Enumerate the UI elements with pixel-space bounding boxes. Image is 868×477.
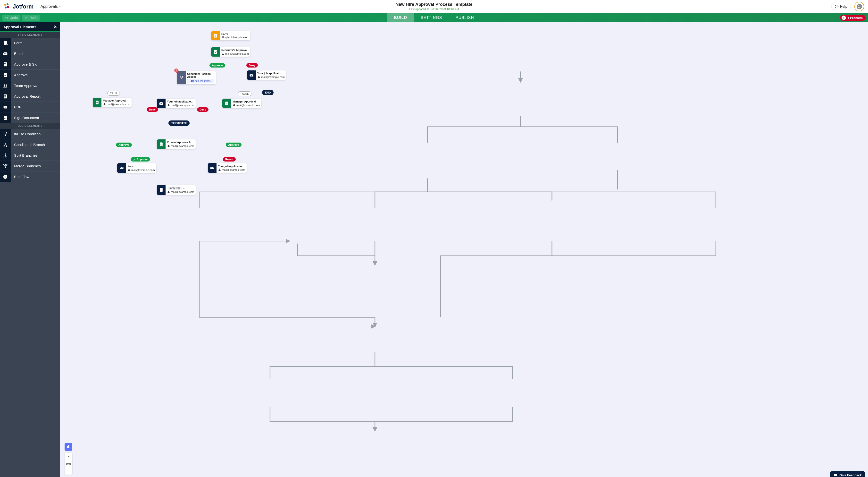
tab-build[interactable]: BUILD — [387, 13, 414, 22]
node-manager-approval-left[interactable]: Manager Approval mail@example.com — [93, 98, 131, 107]
warning-icon: ! — [841, 16, 846, 20]
svg-point-40 — [6, 164, 7, 165]
svg-point-69 — [168, 191, 169, 191]
element-label: Approve & Sign — [11, 59, 60, 70]
node-title: Recruiter's Approval — [221, 49, 249, 52]
edge-label-deny[interactable]: Deny — [147, 107, 158, 112]
selection-badge: 1 — [174, 68, 178, 72]
element-pdf[interactable]: PDFPDF — [0, 102, 60, 113]
svg-point-34 — [5, 153, 6, 154]
element-email[interactable]: Email — [0, 48, 60, 59]
approval-icon — [222, 99, 231, 108]
zoom-out-button[interactable]: － — [65, 467, 72, 475]
problems-button[interactable]: ! 1 Problem — [840, 15, 866, 21]
node-title: Form Title Recruitment Re... — [167, 186, 194, 190]
edge-label-deny[interactable]: Deny — [246, 63, 258, 67]
element-label: Conditional Branch — [11, 140, 60, 150]
node-approval-report[interactable]: Form Title Recruitment Re... mail@exampl… — [157, 185, 196, 195]
flow-canvas[interactable]: Form Simple Job Application Fo... Recrui… — [60, 22, 868, 477]
terminate-node[interactable]: TERMINATE — [168, 120, 190, 126]
element-approve-sign[interactable]: Approve & Sign — [0, 59, 60, 70]
title-block: New Hire Approval Process Template Last … — [395, 2, 472, 11]
element-label: Email — [11, 48, 60, 59]
element-icon — [0, 91, 11, 102]
panel-title: Approval Elements — [3, 25, 36, 29]
edge-label-reject[interactable]: Reject — [223, 157, 236, 161]
svg-text:?: ? — [836, 5, 837, 8]
svg-rect-17 — [4, 62, 7, 66]
svg-point-9 — [858, 4, 859, 5]
undo-button[interactable]: Undo — [2, 15, 20, 21]
problems-label: 1 Problem — [847, 16, 863, 20]
zoom-controls: ＋ 69% － — [65, 443, 72, 475]
user-avatar[interactable] — [855, 2, 864, 11]
node-email-deny[interactable]: Your job application has been... mail@ex… — [247, 70, 286, 80]
avatar-icon — [856, 3, 862, 10]
node-subtitle: mail@example.com — [127, 168, 155, 172]
node-title: Manager Approval — [232, 100, 260, 103]
svg-rect-13 — [4, 43, 6, 43]
node-form[interactable]: Form Simple Job Application Fo... — [211, 31, 250, 40]
svg-point-19 — [4, 84, 5, 86]
product-dropdown[interactable]: Approvals — [40, 4, 62, 9]
edge-label-approve[interactable]: Approve — [210, 63, 225, 67]
svg-rect-2 — [5, 6, 7, 8]
panel-close-button[interactable]: ✕ — [54, 25, 57, 29]
node-email-approve[interactable]: Your Position Applied app... mail@exampl… — [117, 163, 156, 173]
svg-point-51 — [181, 79, 182, 79]
zoom-level: 69% — [65, 460, 72, 467]
node-email-reject[interactable]: Your job application has been... mail@ex… — [208, 163, 247, 173]
element-form[interactable]: +Form — [0, 38, 60, 48]
flow-title[interactable]: New Hire Approval Process Template — [395, 2, 472, 7]
element-if-else-condition[interactable]: If/Else Condition — [0, 129, 60, 140]
node-recruiter-approval[interactable]: Recruiter's Approval mail@example.com — [211, 47, 250, 57]
node-email-deny-true[interactable]: Your job application has been... mail@ex… — [157, 99, 196, 108]
variable-tag: Position Applied — [134, 165, 155, 168]
element-team-approval[interactable]: Team Approval — [0, 80, 60, 91]
tab-settings[interactable]: SETTINGS — [414, 13, 449, 22]
svg-point-57 — [168, 104, 169, 105]
edge-label-approve-signed[interactable]: Approve — [131, 157, 150, 161]
redo-button[interactable]: Redo — [22, 15, 40, 21]
element-icon — [0, 140, 11, 150]
pen-icon — [133, 158, 136, 161]
zoom-in-button[interactable]: ＋ — [65, 453, 72, 460]
edge-label-approve[interactable]: Approve — [226, 143, 242, 147]
node-condition[interactable]: 1 Condition: Position Applied +Add condi… — [176, 70, 178, 72]
svg-point-10 — [860, 4, 861, 5]
logo[interactable]: Jotform — [4, 3, 33, 10]
node-clevel-approve-sign[interactable]: C Level Approve & Sign mail@example.com — [157, 140, 196, 149]
person-icon — [167, 190, 170, 193]
node-title: Your job application has been... — [218, 165, 245, 168]
edge-label-approve[interactable]: Approve — [116, 143, 132, 147]
give-feedback-button[interactable]: Give Feedback — [830, 471, 865, 477]
element-split-branches[interactable]: Split Branches — [0, 150, 60, 161]
element-merge-branches[interactable]: Merge Branches — [0, 161, 60, 172]
element-sign-document[interactable]: Sign Document — [0, 113, 60, 123]
section-logic-header: LOGIC ELEMENTS — [0, 123, 60, 129]
person-icon — [218, 168, 221, 171]
edge-label-deny[interactable]: Deny — [197, 107, 209, 112]
svg-rect-62 — [120, 167, 124, 169]
element-approval-report[interactable]: Approval Report — [0, 91, 60, 102]
add-condition-button[interactable]: +Add conditions — [187, 79, 214, 83]
svg-rect-47 — [214, 50, 217, 54]
end-node[interactable]: END — [262, 90, 274, 95]
svg-rect-70 — [834, 474, 837, 476]
element-end-flow[interactable]: End Flow — [0, 172, 60, 182]
feedback-label: Give Feedback — [839, 473, 862, 477]
edge-label-false[interactable]: FALSE — [238, 91, 251, 96]
approval-icon — [93, 98, 101, 107]
pan-tool-button[interactable] — [65, 443, 72, 451]
node-subtitle: mail@example.com — [221, 52, 249, 55]
element-conditional-branch[interactable]: Conditional Branch — [0, 140, 60, 150]
element-approval[interactable]: Approval — [0, 70, 60, 80]
node-manager-approval-right[interactable]: Manager Approval mail@example.com — [222, 99, 261, 108]
tab-publish[interactable]: PUBLISH — [449, 13, 480, 22]
edge-label-true[interactable]: TRUE — [107, 91, 120, 96]
svg-text:+: + — [6, 44, 7, 45]
svg-rect-23 — [4, 96, 6, 96]
node-title: Your job application has been... — [257, 72, 284, 75]
help-button[interactable]: ? Help — [831, 3, 851, 10]
svg-rect-12 — [4, 42, 6, 42]
